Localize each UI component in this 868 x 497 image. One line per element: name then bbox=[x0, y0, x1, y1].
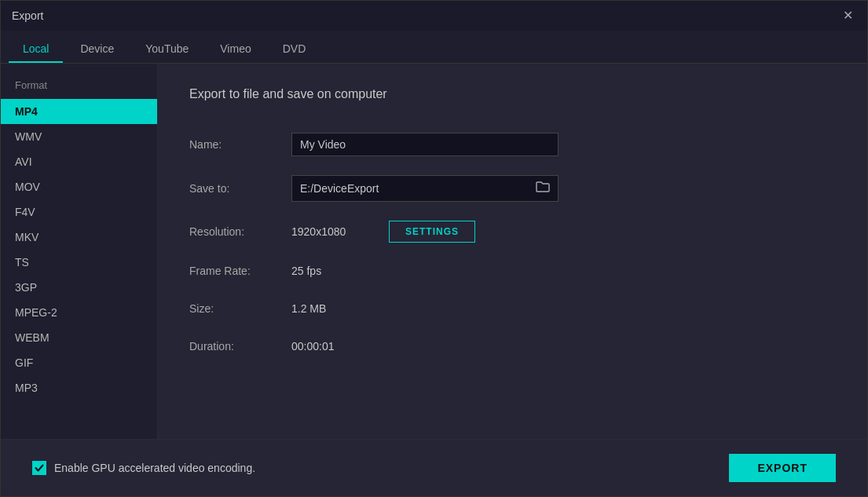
format-mp4[interactable]: MP4 bbox=[1, 99, 157, 124]
section-title: Export to file and save on computer bbox=[189, 87, 836, 101]
save-to-field[interactable]: E:/DeviceExport bbox=[291, 175, 559, 202]
name-input[interactable] bbox=[291, 133, 559, 156]
format-mpeg2[interactable]: MPEG-2 bbox=[1, 300, 157, 325]
window-title: Export bbox=[12, 9, 43, 22]
frame-rate-value: 25 fps bbox=[291, 265, 321, 277]
frame-rate-row-value: 25 fps bbox=[291, 255, 836, 287]
close-button[interactable]: ✕ bbox=[840, 8, 856, 24]
content-area: Format MP4 WMV AVI MOV F4V MKV TS 3GP MP… bbox=[1, 64, 867, 439]
format-wmv[interactable]: WMV bbox=[1, 124, 157, 149]
format-label: Format bbox=[1, 76, 157, 99]
format-webm[interactable]: WEBM bbox=[1, 325, 157, 350]
resolution-row-value: 1920x1080 SETTINGS bbox=[291, 211, 836, 252]
format-gif[interactable]: GIF bbox=[1, 350, 157, 375]
format-3gp[interactable]: 3GP bbox=[1, 275, 157, 300]
tab-local[interactable]: Local bbox=[9, 36, 63, 63]
name-row-value bbox=[291, 123, 836, 166]
format-ts[interactable]: TS bbox=[1, 250, 157, 275]
duration-value: 00:00:01 bbox=[291, 340, 335, 353]
duration-label: Duration: bbox=[189, 327, 291, 365]
export-button[interactable]: EXPORT bbox=[729, 454, 836, 482]
format-mkv[interactable]: MKV bbox=[1, 225, 157, 250]
duration-row-value: 00:00:01 bbox=[291, 331, 836, 362]
save-to-row-value: E:/DeviceExport bbox=[291, 166, 836, 211]
save-to-path: E:/DeviceExport bbox=[300, 182, 379, 195]
footer: Enable GPU accelerated video encoding. E… bbox=[1, 439, 867, 496]
format-mov[interactable]: MOV bbox=[1, 174, 157, 199]
folder-icon[interactable] bbox=[536, 181, 550, 196]
gpu-checkbox[interactable] bbox=[32, 461, 46, 475]
size-row-value: 1.2 MB bbox=[291, 293, 836, 324]
gpu-checkbox-label[interactable]: Enable GPU accelerated video encoding. bbox=[32, 461, 255, 475]
gpu-label-text: Enable GPU accelerated video encoding. bbox=[54, 462, 255, 474]
frame-rate-label: Frame Rate: bbox=[189, 252, 291, 290]
export-window: Export ✕ Local Device YouTube Vimeo DVD … bbox=[0, 0, 868, 497]
title-bar: Export ✕ bbox=[1, 1, 867, 31]
name-label: Name: bbox=[189, 126, 291, 163]
tab-vimeo[interactable]: Vimeo bbox=[206, 36, 265, 63]
format-sidebar: Format MP4 WMV AVI MOV F4V MKV TS 3GP MP… bbox=[1, 64, 158, 439]
size-value: 1.2 MB bbox=[291, 302, 326, 315]
tab-youtube[interactable]: YouTube bbox=[131, 36, 203, 63]
tab-dvd[interactable]: DVD bbox=[269, 36, 320, 63]
resolution-label: Resolution: bbox=[189, 213, 291, 250]
save-to-label: Save to: bbox=[189, 170, 291, 207]
settings-button[interactable]: SETTINGS bbox=[389, 221, 475, 243]
format-avi[interactable]: AVI bbox=[1, 149, 157, 174]
main-panel: Export to file and save on computer Name… bbox=[158, 64, 867, 439]
tab-device[interactable]: Device bbox=[66, 36, 128, 63]
resolution-value: 1920x1080 bbox=[291, 225, 378, 238]
format-mp3[interactable]: MP3 bbox=[1, 375, 157, 400]
size-label: Size: bbox=[189, 290, 291, 327]
format-f4v[interactable]: F4V bbox=[1, 199, 157, 225]
tab-bar: Local Device YouTube Vimeo DVD bbox=[1, 31, 867, 64]
export-form: Name: Save to: E:/DeviceExport bbox=[189, 123, 836, 365]
